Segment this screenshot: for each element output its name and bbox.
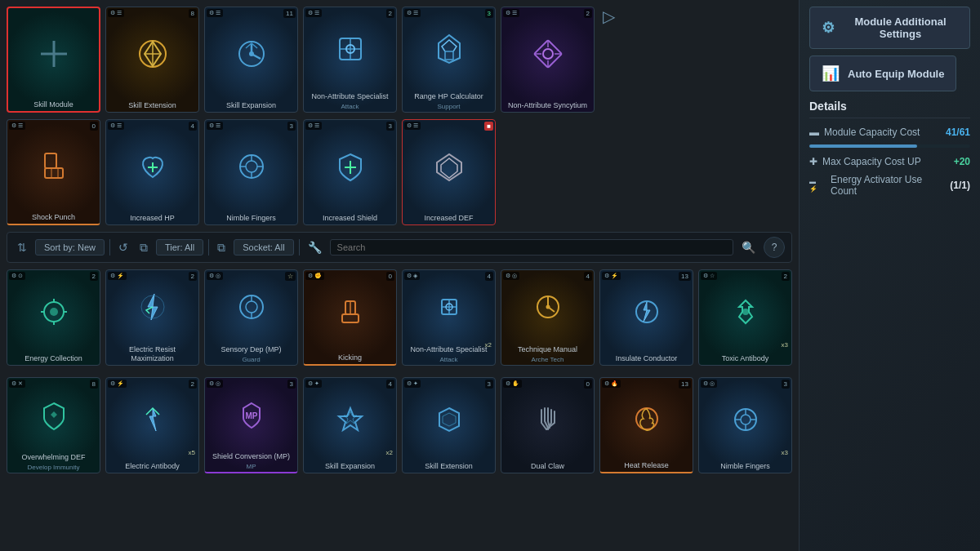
ea-label: Electric Antibody — [106, 460, 198, 473]
tm-tl: ⚙ ◎ — [503, 272, 519, 280]
equipped-non-attr-syncytium[interactable]: ⚙ ☰ 2 Non-Attribute Syncytium — [501, 7, 595, 113]
er-icon — [106, 270, 198, 344]
inv-technique-manual[interactable]: ⚙ ◎ 4 Technique Manual Arche Tech — [501, 269, 595, 366]
range-hp-tl: ⚙ ☰ — [404, 9, 421, 17]
equipped-increased-def[interactable]: ⚙ ☰ ■ Increased DEF — [402, 119, 496, 225]
settings-icon: ⚙ — [822, 19, 835, 37]
inv-kicking[interactable]: ⚙ ✊ 0 Kicking — [303, 269, 397, 366]
sc-sublabel: MP — [247, 463, 256, 472]
svg-point-37 — [246, 301, 257, 313]
od-icon — [7, 378, 100, 451]
nas-icon — [403, 270, 495, 344]
equipped-skill-expansion[interactable]: ⚙ ☰ 11 Skill Expansion — [204, 7, 298, 113]
help-btn[interactable]: ? — [764, 237, 785, 258]
svg-rect-39 — [342, 314, 359, 322]
equipped-nimble-fingers[interactable]: ⚙ ☰ 3 Nimble Fingers — [204, 119, 298, 225]
settings-btn-label: Module Additional Settings — [843, 16, 958, 40]
details-title: Details — [809, 100, 970, 118]
nimble-tl: ⚙ ☰ — [207, 122, 223, 130]
equipped-increased-hp[interactable]: ⚙ ☰ 4 Increased HP — [105, 119, 199, 225]
ta-svg — [728, 294, 764, 330]
layers-icon-btn[interactable]: ⧉ — [136, 239, 151, 256]
socket-btn[interactable]: Socket: All — [234, 239, 293, 256]
nf-badge: 3 — [782, 380, 790, 389]
se-x: x2 — [386, 449, 393, 456]
max-capacity-label-group: ✚ Max Capacity Cost UP — [809, 156, 921, 167]
auto-equip-btn[interactable]: 📊 Auto Equip Module — [809, 56, 956, 91]
skill-exp-badge: 11 — [283, 9, 296, 18]
inv-electric-antibody[interactable]: ⚙ ⚡ 2 x5 Electric Antibody — [105, 377, 199, 473]
inv-electric-resist[interactable]: ⚙ ⚡ 2 Electric Resist Maximization — [105, 269, 199, 366]
inv-skill-expansion[interactable]: ⚙ ✦ 4 x2 Skill Expansion — [303, 377, 397, 473]
tm-svg — [530, 289, 566, 325]
nas-x: x2 — [485, 341, 492, 349]
ec-svg — [36, 294, 72, 330]
capacity-progress-bg — [809, 144, 970, 148]
auto-equip-icon: 📊 — [822, 64, 840, 82]
search-wrench-icon[interactable]: 🔧 — [305, 239, 325, 256]
svg-point-50 — [636, 408, 657, 429]
equipped-skill-module[interactable]: Skill Module — [7, 7, 100, 113]
inv-overwhelming-def[interactable]: ⚙ ✕ 8 Overwhelming DEF Develop Immunity — [7, 377, 100, 473]
ic-svg — [629, 294, 665, 330]
skill-module-icon-area — [8, 8, 99, 99]
inv-dual-claw[interactable]: ⚙ ✋ 0 Dual Claw — [501, 377, 595, 473]
non-attr-tl: ⚙ ☰ — [305, 9, 322, 17]
equipped-shock-punch[interactable]: ⚙ ☰ 0 Shock Punch — [7, 119, 100, 225]
inv-shield-conversion[interactable]: ⚙ ◎ 3 MP Shield Conversion (MP) MP — [204, 377, 298, 473]
equipped-skill-extension[interactable]: ⚙ ☰ 8 Skill Extension — [105, 7, 199, 113]
equipped-range-hp-calc[interactable]: ⚙ ☰ 3 Range HP Calculator Support — [402, 7, 496, 113]
syncytium-svg — [528, 33, 568, 74]
energy-activator-label: Energy Activator Use Count — [831, 174, 950, 197]
socket-layers-icon[interactable]: ⧉ — [214, 239, 229, 256]
search-input[interactable] — [330, 239, 733, 256]
inc-def-label: Increased DEF — [403, 212, 495, 224]
inv-non-attr-spec[interactable]: ⚙ ◈ 4 x2 Non-Attribute Specialist Attack — [402, 269, 496, 366]
module-settings-btn[interactable]: ⚙ Module Additional Settings — [809, 7, 970, 49]
sext-icon — [403, 378, 495, 460]
inc-def-badge: ■ — [484, 122, 493, 131]
hr-badge: 13 — [679, 380, 691, 389]
skill-exp-svg — [231, 33, 272, 74]
sc-svg: MP — [234, 397, 270, 433]
inv-energy-collection[interactable]: ⚙ ⊙ 2 Energy Collection — [7, 269, 100, 366]
dc-svg — [530, 402, 566, 438]
inv-heat-release[interactable]: ⚙ 🔥 13 Heat Release — [599, 377, 693, 473]
sort-btn[interactable]: Sort by: New — [35, 239, 105, 256]
inc-def-icon — [403, 120, 495, 212]
dc-icon — [501, 378, 594, 460]
syncytium-badge: 2 — [584, 9, 592, 18]
inc-hp-tl: ⚙ ☰ — [108, 122, 124, 130]
inv-insulate-conductor[interactable]: ⚙ ⚡ 13 Insulate Conductor — [599, 269, 693, 366]
ea-svg — [135, 402, 171, 438]
shock-punch-label: Shock Punch — [7, 211, 100, 224]
svg-rect-11 — [445, 51, 453, 60]
sd-sublabel: Guard — [242, 356, 260, 365]
max-capacity-value: +20 — [954, 156, 970, 167]
inventory-grid: ⚙ ⊙ 2 Energy Collection — [7, 269, 792, 480]
od-badge: 8 — [90, 380, 98, 389]
inv-nimble-fingers[interactable]: ⚙ ◎ 3 x3 Nimble Fingers — [698, 377, 792, 473]
er-tl: ⚙ ⚡ — [108, 272, 127, 280]
ec-icon — [7, 270, 100, 353]
dc-tl: ⚙ ✋ — [503, 380, 522, 388]
equipped-row-2: ⚙ ☰ 0 Shock Punch ⚙ ☰ 4 — [7, 119, 792, 225]
hr-label: Heat Release — [600, 460, 693, 472]
inv-skill-extension[interactable]: ⚙ ✦ 3 Skill Extension — [402, 377, 496, 473]
ta-tl: ⚙ ☆ — [701, 272, 717, 280]
inc-hp-label: Increased HP — [106, 212, 198, 224]
right-panel: ⚙ Module Additional Settings 📊 Auto Equi… — [799, 0, 980, 551]
tier-btn[interactable]: Tier: All — [156, 239, 203, 256]
equipped-increased-shield[interactable]: ⚙ ☰ 3 Increased Shield — [303, 119, 397, 225]
svg-point-34 — [50, 308, 58, 316]
tm-icon — [501, 270, 594, 344]
sort-icon-btn[interactable]: ⇅ — [14, 239, 30, 256]
equipped-non-attr-specialist[interactable]: ⚙ ☰ 2 Non-Attribute Specialist Attack — [303, 7, 397, 113]
hr-svg — [629, 401, 665, 437]
inv-sensory-dep[interactable]: ⚙ ◎ ☆ Sensory Dep (MP) Guard — [204, 269, 298, 366]
nimble-icon — [205, 120, 297, 212]
inv-toxic-antibody[interactable]: ⚙ ☆ 2 x3 Toxic Antibody — [698, 269, 792, 366]
tm-badge: 4 — [584, 272, 592, 281]
refresh-btn[interactable]: ↺ — [115, 239, 131, 256]
search-btn[interactable]: 🔍 — [738, 239, 759, 256]
